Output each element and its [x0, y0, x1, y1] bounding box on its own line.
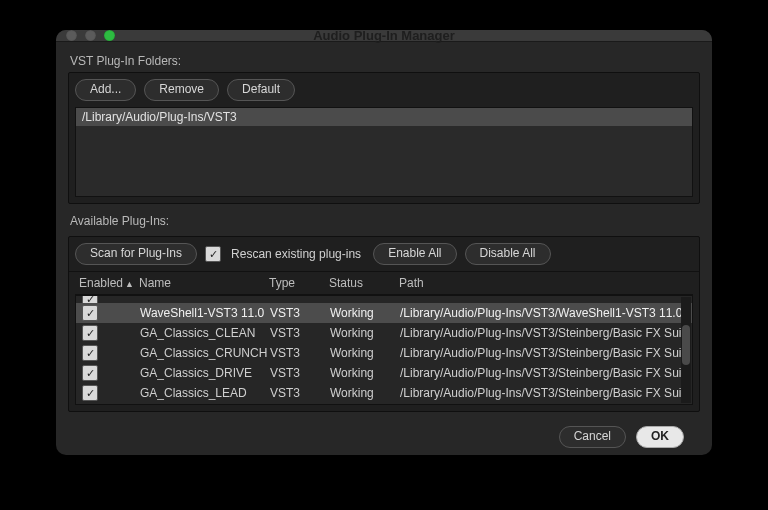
row-enabled-checkbox[interactable]: ✓: [82, 385, 98, 401]
plugin-manager-window: Audio Plug-In Manager VST Plug-In Folder…: [56, 30, 712, 455]
table-row[interactable]: ✓GA_Classics_CRUNCHVST3Working/Library/A…: [76, 343, 692, 363]
col-status[interactable]: Status: [329, 276, 399, 290]
row-name: GA_Classics_DRIVE: [140, 366, 270, 380]
sort-asc-icon: ▲: [125, 279, 134, 289]
row-path: /Library/Audio/Plug-Ins/VST3/Steinberg/B…: [400, 326, 688, 340]
table-row[interactable]: ✓GA_Classics_DRIVEVST3Working/Library/Au…: [76, 363, 692, 383]
scrollbar-thumb[interactable]: [682, 325, 690, 365]
ok-button[interactable]: OK: [636, 426, 684, 448]
available-plugins-panel: Scan for Plug-Ins ✓ Rescan existing plug…: [68, 236, 700, 412]
row-status: Working: [330, 386, 400, 400]
dialog-footer: Cancel OK: [68, 412, 700, 462]
folder-list[interactable]: /Library/Audio/Plug-Ins/VST3: [75, 107, 693, 197]
row-type: VST3: [270, 366, 330, 380]
row-path: /Library/Audio/Plug-Ins/VST3/Steinberg/B…: [400, 346, 688, 360]
row-status: Working: [330, 346, 400, 360]
available-plugins-label: Available Plug-Ins:: [70, 214, 700, 228]
row-status: Working: [330, 306, 400, 320]
row-path: /Library/Audio/Plug-Ins/VST3/Steinberg/B…: [400, 366, 688, 380]
rescan-checkbox[interactable]: ✓: [205, 246, 221, 262]
vertical-scrollbar[interactable]: [681, 297, 691, 403]
plugin-table: Enabled▲ Name Type Status Path ✓✓WaveShe…: [69, 272, 699, 411]
row-enabled-checkbox[interactable]: ✓: [82, 305, 98, 321]
row-name: GA_Classics_CRUNCH: [140, 346, 270, 360]
scan-button[interactable]: Scan for Plug-Ins: [75, 243, 197, 265]
row-name: GA_Classics_LEAD: [140, 386, 270, 400]
folder-list-item[interactable]: /Library/Audio/Plug-Ins/VST3: [76, 108, 692, 126]
cancel-button[interactable]: Cancel: [559, 426, 626, 448]
table-row[interactable]: ✓GA_Classics_LEADVST3Working/Library/Aud…: [76, 383, 692, 403]
row-status: Working: [330, 326, 400, 340]
row-enabled-checkbox[interactable]: ✓: [82, 325, 98, 341]
row-enabled-checkbox[interactable]: ✓: [82, 365, 98, 381]
close-icon[interactable]: [66, 30, 77, 41]
row-type: VST3: [270, 326, 330, 340]
col-path[interactable]: Path: [399, 276, 689, 290]
remove-folder-button[interactable]: Remove: [144, 79, 219, 101]
vst-folders-panel: Add... Remove Default /Library/Audio/Plu…: [68, 72, 700, 204]
col-enabled[interactable]: Enabled▲: [79, 276, 139, 290]
titlebar: Audio Plug-In Manager: [56, 30, 712, 42]
row-type: VST3: [270, 346, 330, 360]
row-status: Working: [330, 366, 400, 380]
rescan-checkbox-label: Rescan existing plug-ins: [231, 247, 361, 261]
col-type[interactable]: Type: [269, 276, 329, 290]
zoom-icon[interactable]: [104, 30, 115, 41]
row-name: WaveShell1-VST3 11.0: [140, 306, 270, 320]
default-folder-button[interactable]: Default: [227, 79, 295, 101]
row-enabled-checkbox[interactable]: ✓: [82, 345, 98, 361]
add-folder-button[interactable]: Add...: [75, 79, 136, 101]
enable-all-button[interactable]: Enable All: [373, 243, 456, 265]
table-row[interactable]: ✓GA_Classics_CLEANVST3Working/Library/Au…: [76, 323, 692, 343]
window-controls: [66, 30, 115, 41]
row-enabled-checkbox[interactable]: ✓: [82, 296, 98, 303]
table-row[interactable]: ✓WaveShell1-VST3 11.0VST3Working/Library…: [76, 303, 692, 323]
row-type: VST3: [270, 306, 330, 320]
vst-folders-label: VST Plug-In Folders:: [70, 54, 700, 68]
plugin-table-header: Enabled▲ Name Type Status Path: [75, 272, 693, 295]
row-path: /Library/Audio/Plug-Ins/VST3/WaveShell1-…: [400, 306, 688, 320]
row-type: VST3: [270, 386, 330, 400]
disable-all-button[interactable]: Disable All: [465, 243, 551, 265]
row-path: /Library/Audio/Plug-Ins/VST3/Steinberg/B…: [400, 386, 688, 400]
table-row[interactable]: ✓: [76, 296, 692, 303]
plugin-table-body[interactable]: ✓✓WaveShell1-VST3 11.0VST3Working/Librar…: [75, 295, 693, 405]
col-name[interactable]: Name: [139, 276, 269, 290]
window-title: Audio Plug-In Manager: [56, 28, 712, 43]
row-name: GA_Classics_CLEAN: [140, 326, 270, 340]
minimize-icon[interactable]: [85, 30, 96, 41]
